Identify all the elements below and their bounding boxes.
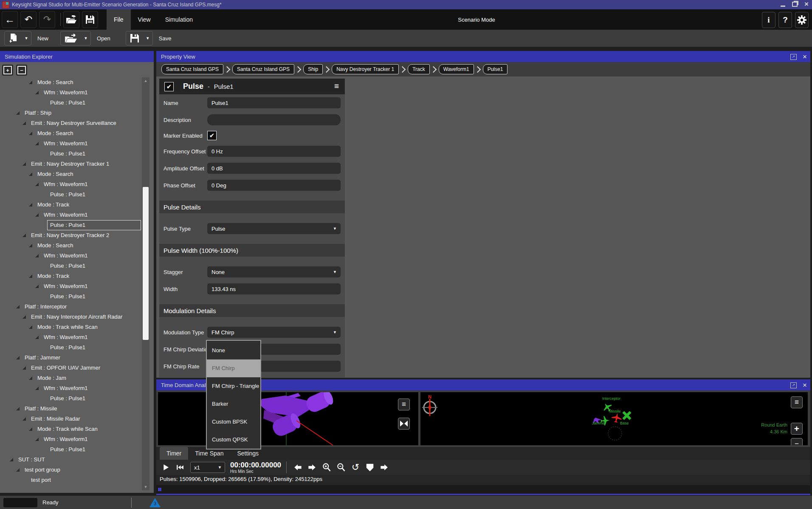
tree-item-mode-jam-29[interactable]: Mode : Jam <box>0 373 142 383</box>
menu-tab-view[interactable]: View <box>131 9 158 30</box>
breadcrumb-track-4[interactable]: Track <box>408 64 430 74</box>
expander-icon[interactable] <box>16 111 20 115</box>
expander-icon[interactable] <box>29 172 32 176</box>
expander-icon[interactable] <box>16 407 20 410</box>
breadcrumb-santa-cruz-island-gps-1[interactable]: Santa Cruz Island GPS <box>232 64 294 74</box>
minimize-button[interactable] <box>779 1 787 8</box>
tree-item-emit-opfor-uav-jammer-28[interactable]: Emit : OPFOR UAV Jammer <box>0 363 142 373</box>
expander-icon[interactable] <box>23 122 26 125</box>
marker-button[interactable] <box>364 461 376 473</box>
dropdown-option-barker[interactable]: Barker <box>207 395 260 413</box>
tree-item-mode-search-0[interactable]: Mode : Search <box>0 77 142 88</box>
tree-item-mode-track-while-scan-34[interactable]: Mode : Track while Scan <box>0 424 142 434</box>
breadcrumb-santa-cruz-island-gps-0[interactable]: Santa Cruz Island GPS <box>161 64 223 74</box>
back-button[interactable]: ← <box>2 11 18 28</box>
tree-item-test-port-group-38[interactable]: test port group <box>0 465 142 475</box>
dropdown-option-fm-chirp-triangle[interactable]: FM Chirp - Triangle <box>207 377 260 395</box>
breadcrumb-waveform1-5[interactable]: Waveform1 <box>439 64 474 74</box>
breadcrumb-navy-destroyer-tracker-1-3[interactable]: Navy Destroyer Tracker 1 <box>332 64 399 74</box>
expander-icon[interactable] <box>35 438 39 441</box>
open-dropdown-button[interactable]: ▼ <box>81 31 90 45</box>
frequency-offset-input[interactable]: 0 Hz <box>207 146 341 157</box>
expander-icon[interactable] <box>23 366 26 370</box>
tree-item-wfm-waveform1-35[interactable]: Wfm : Waveform1 <box>0 434 142 444</box>
pan-left-button[interactable] <box>292 461 304 473</box>
open-file-button[interactable] <box>63 11 79 28</box>
save-scenario-button[interactable] <box>126 31 143 45</box>
tab-timer[interactable]: Timer <box>160 447 188 460</box>
scrollbar-thumb[interactable] <box>143 187 149 340</box>
dropdown-option-none[interactable]: None <box>207 342 260 359</box>
tree-item-wfm-waveform1-17[interactable]: Wfm : Waveform1 <box>0 251 142 261</box>
form-menu-icon[interactable]: ≡ <box>334 82 339 91</box>
tree-item-pulse-pulse1-11[interactable]: Pulse : Pulse1 <box>0 189 142 200</box>
expander-icon[interactable] <box>35 213 39 217</box>
tree-item-pulse-pulse1-26[interactable]: Pulse : Pulse1 <box>0 342 142 353</box>
dropdown-option-custom-qpsk[interactable]: Custom QPSK <box>207 431 260 449</box>
new-dropdown-button[interactable]: ▼ <box>22 31 31 45</box>
tree-item-mode-search-5[interactable]: Mode : Search <box>0 128 142 139</box>
expander-icon[interactable] <box>35 183 39 186</box>
tree-item-wfm-waveform1-13[interactable]: Wfm : Waveform1 <box>0 210 142 220</box>
tree-item-mode-track-while-scan-24[interactable]: Mode : Track while Scan <box>0 322 142 332</box>
tree-item-emit-navy-destroyer-tracker-1-8[interactable]: Emit : Navy Destroyer Tracker 1 <box>0 159 142 169</box>
map-zoom-in-button[interactable]: + <box>791 423 803 435</box>
save-file-button[interactable] <box>82 11 98 28</box>
expander-icon[interactable] <box>16 356 20 359</box>
tree-item-wfm-waveform1-20[interactable]: Wfm : Waveform1 <box>0 281 142 291</box>
tree-item-pulse-pulse1-2[interactable]: Pulse : Pulse1 <box>0 98 142 108</box>
map-zoom-out-button[interactable]: − <box>791 438 803 445</box>
expander-icon[interactable] <box>29 427 32 431</box>
map-view-menu-button[interactable]: ≡ <box>791 396 803 408</box>
expander-icon[interactable] <box>29 81 32 84</box>
map-3d-view[interactable]: N InterceptorMissileJammerBase Round Ear… <box>420 392 808 445</box>
close-panel-icon[interactable]: × <box>803 53 807 60</box>
modulation-type-dropdown[interactable]: FM Chirp▼ <box>207 327 341 338</box>
new-document-button[interactable] <box>5 31 22 45</box>
dropdown-option-custom-bpsk[interactable]: Custom BPSK <box>207 413 260 431</box>
menu-tab-file[interactable]: File <box>107 9 131 30</box>
expander-icon[interactable] <box>29 244 32 247</box>
tree-item-emit-navy-destroyer-tracker-2-15[interactable]: Emit : Navy Destroyer Tracker 2 <box>0 230 142 240</box>
dropdown-option-fm-chirp[interactable]: FM Chirp <box>207 359 260 377</box>
reset-view-button[interactable]: ↺ <box>350 461 361 473</box>
expander-icon[interactable] <box>29 274 32 278</box>
explorer-scrollbar[interactable]: ▲ ▼ <box>142 77 149 490</box>
expander-icon[interactable] <box>29 203 32 206</box>
expander-icon[interactable] <box>29 376 32 380</box>
tree-item-emit-navy-destroyer-surveillance-4[interactable]: Emit : Navy Destroyer Surveillance <box>0 118 142 128</box>
expander-icon[interactable] <box>35 254 39 257</box>
ship-3d-view[interactable]: ≡ <box>158 392 418 445</box>
name-input[interactable]: Pulse1 <box>207 97 341 108</box>
close-button[interactable]: × <box>803 1 810 8</box>
tree-item-emit-missile-radar-33[interactable]: Emit : Missile Radar <box>0 414 142 424</box>
expander-icon[interactable] <box>10 458 13 461</box>
marker-enabled-checkbox[interactable]: ✔ <box>207 131 217 140</box>
undock-panel-icon[interactable]: ↗ <box>790 54 797 60</box>
undock-time-domain-icon[interactable]: ↗ <box>790 382 797 388</box>
zoom-out-button[interactable] <box>335 461 347 473</box>
collapse-all-button[interactable]: − <box>16 65 27 76</box>
tree-item-wfm-waveform1-10[interactable]: Wfm : Waveform1 <box>0 179 142 189</box>
tree-item-pulse-pulse1-7[interactable]: Pulse : Pulse1 <box>0 149 142 159</box>
expand-all-button[interactable]: + <box>2 65 13 76</box>
zoom-in-button[interactable] <box>321 461 333 473</box>
tree-item-wfm-waveform1-25[interactable]: Wfm : Waveform1 <box>0 332 142 342</box>
play-button[interactable] <box>160 461 172 473</box>
menu-tab-simulation[interactable]: Simulation <box>158 9 200 30</box>
breadcrumb-ship-2[interactable]: Ship <box>303 64 323 74</box>
tree-item-wfm-waveform1-1[interactable]: Wfm : Waveform1 <box>0 88 142 98</box>
next-event-button[interactable] <box>378 461 390 473</box>
expander-icon[interactable] <box>35 91 39 94</box>
redo-button[interactable]: ↷ <box>39 11 55 28</box>
close-time-domain-icon[interactable]: × <box>803 382 807 389</box>
tree-item-wfm-waveform1-30[interactable]: Wfm : Waveform1 <box>0 383 142 393</box>
tree-item-pulse-pulse1-21[interactable]: Pulse : Pulse1 <box>0 291 142 302</box>
info-button[interactable]: i <box>762 12 775 28</box>
skip-to-start-button[interactable] <box>174 461 186 473</box>
scroll-down-icon[interactable]: ▼ <box>142 484 149 490</box>
tree-item-wfm-waveform1-6[interactable]: Wfm : Waveform1 <box>0 139 142 149</box>
pulse-type-dropdown[interactable]: Pulse▼ <box>207 223 341 234</box>
expander-icon[interactable] <box>35 387 39 390</box>
expander-icon[interactable] <box>23 417 26 421</box>
